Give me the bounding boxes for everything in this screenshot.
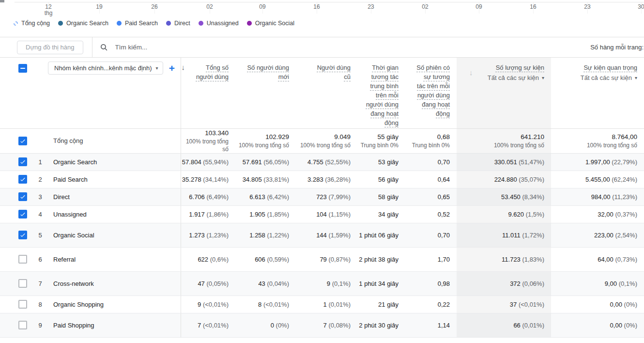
row-number: 4 [27, 211, 53, 218]
row-label-organic-shopping: Organic Shopping [53, 301, 104, 308]
metric-cell: 2 phút 38 giây [357, 247, 405, 271]
row-label-cross-network: Cross-network [53, 280, 94, 287]
build-row-chart-button[interactable]: Dựng đồ thị hàng [17, 41, 83, 54]
row-checkbox[interactable] [18, 175, 27, 184]
metric-cell: 984,00 (11,23%) [551, 188, 644, 205]
x-axis-label: 23 [368, 4, 374, 10]
metric-cell: 0,70 [405, 223, 457, 247]
totals-metric-cell: 641.210100% trong tổng số [457, 128, 551, 153]
row-number: 5 [27, 232, 53, 239]
metric-cell: 224.880 (35,07%) [457, 171, 551, 188]
legend-item-t-ng-c-ng[interactable]: Tổng cộng [14, 20, 50, 27]
series-dot-icon [58, 21, 63, 26]
select-all-checkbox[interactable] [18, 64, 27, 73]
legend-item-paid-search[interactable]: Paid Search [117, 20, 158, 27]
series-dot-icon [117, 21, 122, 26]
metric-cell: 79 (0,87%) [296, 247, 357, 271]
legend-item-organic-search[interactable]: Organic Search [58, 20, 108, 27]
metric-cell: 0,70 [405, 153, 457, 171]
column-title: Số phiên có sự tương tác trên mỗi người … [416, 63, 450, 118]
series-dot-icon [14, 21, 18, 26]
metric-cell: 34.805 (33,81%) [235, 171, 296, 188]
metric-cell: 43 (0,04%) [235, 271, 296, 296]
row-dimension-cell: 8Organic Shopping [0, 296, 181, 313]
row-checkbox[interactable] [18, 279, 27, 288]
row-dimension-cell: 4Unassigned [0, 205, 181, 223]
caret-down-icon: ▾ [156, 65, 158, 71]
rows-per-page-label: Số hàng mỗi trang: [590, 44, 644, 51]
sort-desc-icon: ↓ [469, 68, 473, 77]
row-checkbox[interactable] [18, 321, 27, 329]
metric-cell: 9 (<0,01%) [181, 296, 235, 313]
column-header-6[interactable]: ↓Số lượng sự kiệnTất cả các sự kiện▾ [457, 58, 551, 128]
column-header-1[interactable]: ↓Tổng số người dùng [181, 58, 235, 128]
table-row: 5Organic Social1.273 (1,23%)1.258 (1,22%… [0, 223, 644, 247]
row-label-referral: Referral [53, 256, 76, 263]
metric-cell: 34 giây [357, 205, 405, 223]
check-icon [19, 138, 26, 144]
legend-item-direct[interactable]: Direct [166, 20, 190, 27]
x-axis-label: 12thg [45, 4, 53, 16]
column-header-2[interactable]: Số người dùng mới [235, 58, 296, 128]
add-dimension-button[interactable]: + [169, 63, 175, 73]
x-axis-label: 26 [151, 4, 157, 10]
column-header-7[interactable]: Sự kiện quan trọngTất cả các sự kiện▾ [551, 58, 644, 128]
row-label-organic-social: Organic Social [53, 232, 94, 239]
column-title: Người dùng cũ [312, 63, 351, 81]
legend-item-unassigned[interactable]: Unassigned [199, 20, 239, 27]
row-dimension-cell: 7Cross-network [0, 271, 181, 296]
column-header-3[interactable]: Người dùng cũ [296, 58, 357, 128]
metric-cell: 9.620 (1,5%) [457, 205, 551, 223]
search-input[interactable] [114, 43, 260, 51]
row-checkbox[interactable] [18, 300, 27, 309]
check-icon [19, 211, 26, 218]
column-title: Tổng số người dùng [187, 63, 229, 81]
event-filter-label: Tất cả các sự kiện [581, 74, 632, 81]
row-number: 9 [27, 322, 53, 329]
check-icon [19, 176, 26, 183]
metric-cell: 330.051 (51,47%) [457, 153, 551, 171]
metric-cell: 8 (<0,01%) [235, 296, 296, 313]
table-toolbar: Dựng đồ thị hàng Số hàng mỗi trang: [0, 37, 644, 58]
x-axis-label: 30 [638, 4, 644, 10]
indeterminate-icon [20, 68, 25, 69]
row-label-direct: Direct [53, 193, 70, 201]
x-axis-label: 02 [422, 4, 428, 10]
metric-cell: 1 phút 34 giây [357, 271, 405, 296]
toolbar-divider [92, 37, 92, 57]
x-axis-label: 23 [584, 4, 590, 10]
sort-desc-icon: ↓ [182, 63, 185, 81]
legend-item-organic-social[interactable]: Organic Social [247, 20, 294, 27]
metric-cell: 1 phút 06 giây [357, 223, 405, 247]
row-checkbox[interactable] [18, 137, 27, 145]
metric-cell: 223,00 (2,54%) [551, 223, 644, 247]
metric-cell: 144 (1,59%) [296, 223, 357, 247]
totals-metric-cell: 9.049100% trong tổng số [296, 128, 357, 153]
x-axis-label: 16 [313, 4, 320, 10]
metric-cell: 0,64 [405, 171, 457, 188]
table-row: 9Paid Shopping7 (<0,01%)0 (0%)7 (0,08%)2… [0, 313, 644, 337]
table-row: 1Organic Search57.804 (55,94%)57.691 (56… [0, 153, 644, 171]
row-checkbox[interactable] [18, 210, 27, 218]
caret-down-icon: ▾ [635, 75, 637, 80]
row-checkbox[interactable] [18, 231, 27, 239]
row-checkbox[interactable] [18, 157, 27, 166]
metric-cell: 56 giây [357, 171, 405, 188]
metric-cell: 622 (0,6%) [181, 247, 235, 271]
row-checkbox[interactable] [18, 192, 27, 201]
metric-cell: 1.258 (1,22%) [235, 223, 296, 247]
legend-label: Paid Search [125, 20, 158, 27]
metric-cell: 372 (0,06%) [457, 271, 551, 296]
metric-cell: 1.905 (1,85%) [235, 205, 296, 223]
column-header-4[interactable]: Thời gian tương tác trung bình trên mỗi … [357, 58, 405, 128]
row-label-unassigned: Unassigned [53, 211, 87, 218]
metric-cell: 6.706 (6,49%) [181, 188, 235, 205]
metric-cell: 1,70 [405, 247, 457, 271]
column-header-5[interactable]: Số phiên có sự tương tác trên mỗi người … [405, 58, 457, 128]
totals-metric-cell: 103.340100% trong tổng số [181, 128, 235, 153]
x-axis-label: 09 [475, 4, 482, 10]
metric-cell: 53 giây [357, 153, 405, 171]
dimension-dropdown[interactable]: Nhóm kênh chính...kênh mặc định) ▾ [48, 62, 163, 75]
column-title: Thời gian tương tác trung bình trên mỗi … [363, 63, 399, 127]
row-checkbox[interactable] [18, 255, 27, 264]
